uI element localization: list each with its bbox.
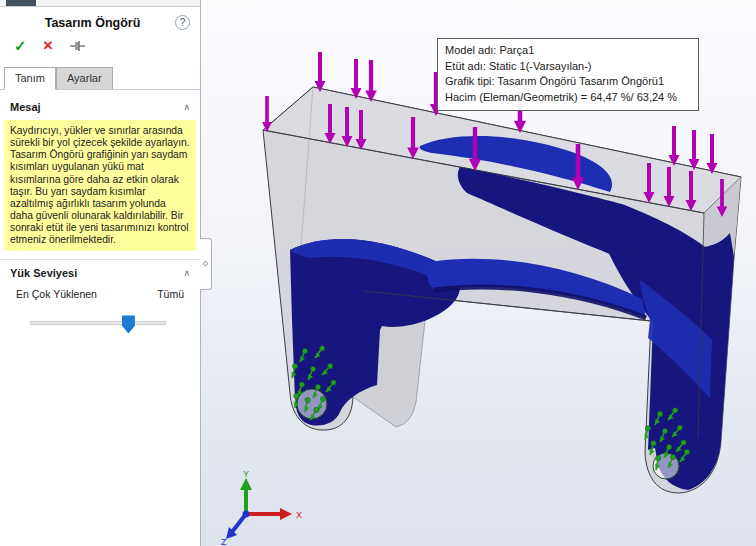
info-volume-ratio: Hacim (Eleman/Geometrik) = 64,47 %/ 63,2… xyxy=(445,90,691,106)
load-level-slider[interactable] xyxy=(30,314,166,332)
load-level-slider-track[interactable] xyxy=(30,321,166,325)
x-axis-icon xyxy=(280,508,292,520)
load-level-collapse-chevron-icon[interactable]: ∧ xyxy=(183,268,190,278)
message-collapse-chevron-icon[interactable]: ∧ xyxy=(183,102,190,112)
message-box: Kaydırıcıyı, yükler ve sınırlar arasında… xyxy=(4,120,196,251)
load-path-right xyxy=(597,226,734,490)
coordinate-triad: Y X Z xyxy=(221,469,302,546)
help-icon[interactable]: ? xyxy=(175,15,190,30)
load-level-max-label: Tümü xyxy=(157,288,184,300)
panel-tab-strip xyxy=(0,0,200,7)
z-axis-label: Z xyxy=(221,537,227,546)
load-level-slider-thumb[interactable] xyxy=(122,315,135,333)
info-model-name: Model adı: Parça1 xyxy=(445,43,691,59)
tab-ayarlar[interactable]: Ayarlar xyxy=(56,67,113,89)
y-axis-icon xyxy=(240,478,252,490)
x-axis-label: X xyxy=(296,510,302,520)
ok-button[interactable]: ✓ xyxy=(14,38,27,53)
graphics-viewport[interactable]: Y X Z Model adı: Parça1 Etüt adı: Static… xyxy=(201,0,756,546)
plot-info-box: Model adı: Parça1 Etüt adı: Static 1(-Va… xyxy=(437,38,699,111)
y-axis-label: Y xyxy=(243,469,249,479)
flyout-grip-icon xyxy=(203,261,208,266)
tab-tanim[interactable]: Tanım xyxy=(4,67,56,90)
message-section-header: Mesaj xyxy=(10,101,41,113)
panel-active-tab-marker[interactable] xyxy=(6,0,36,6)
pin-icon xyxy=(69,40,87,52)
load-level-min-label: En Çok Yüklenen xyxy=(16,288,97,300)
panel-flyout-handle[interactable] xyxy=(200,238,212,290)
panel-tabs: Tanım Ayarlar xyxy=(0,61,200,90)
triad-origin xyxy=(243,511,250,518)
info-study-name: Etüt adı: Static 1(-Varsayılan-) xyxy=(445,59,691,75)
load-level-section-header: Yük Seviyesi xyxy=(10,267,77,279)
pin-button[interactable] xyxy=(69,40,87,52)
info-plot-type: Grafik tipi: Tasarım Öngörü Tasarım Öngö… xyxy=(445,74,691,90)
panel-title: Tasarım Öngörü xyxy=(10,16,175,30)
property-manager-panel: Tasarım Öngörü ? ✓ ✕ Tanım Ayarlar Mesaj… xyxy=(0,0,201,546)
cancel-button[interactable]: ✕ xyxy=(43,39,54,52)
